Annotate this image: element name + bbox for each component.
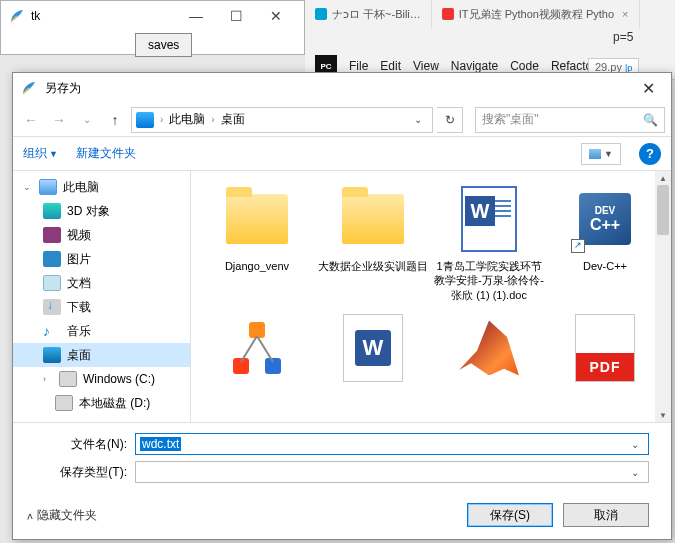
file-item[interactable]: Django_venv xyxy=(199,183,315,302)
video-icon xyxy=(43,227,61,243)
cancel-button[interactable]: 取消 xyxy=(563,503,649,527)
search-input[interactable]: 搜索"桌面" 🔍 xyxy=(475,107,665,133)
filename-section: 文件名(N): wdc.txt ⌄ 保存类型(T): ⌄ xyxy=(13,422,671,495)
toolbar: 组织 ▼ 新建文件夹 ▼ ? xyxy=(13,137,671,171)
file-item[interactable]: DEVC++↗ Dev-C++ xyxy=(547,183,663,302)
file-item[interactable]: 1青岛工学院实践环节教学安排-万泉-徐伶伶-张欣 (1) (1).doc xyxy=(431,183,547,302)
menu-navigate[interactable]: Navigate xyxy=(451,59,498,73)
filetype-select[interactable]: ⌄ xyxy=(135,461,649,483)
nav-row: ← → ⌄ ↑ › 此电脑 › 桌面 ⌄ ↻ 搜索"桌面" 🔍 xyxy=(13,103,671,137)
file-label: Dev-C++ xyxy=(583,259,627,273)
pc-icon xyxy=(39,179,57,195)
ide-background: ナɔロ 干杯~-Bili… IT兄弟连 Python视频教程 Pytho × p… xyxy=(305,0,675,80)
tab-2-label: IT兄弟连 Python视频教程 Pytho xyxy=(459,7,614,22)
shortcut-icon: ↗ xyxy=(571,239,585,253)
help-button[interactable]: ? xyxy=(639,143,661,165)
matlab-icon xyxy=(459,320,519,375)
tree-3d-objects[interactable]: 3D 对象 xyxy=(13,199,190,223)
organize-button[interactable]: 组织 ▼ xyxy=(23,145,58,162)
tree-pictures[interactable]: 图片 xyxy=(13,247,190,271)
devcpp-icon: DEVC++ xyxy=(579,193,631,245)
nav-up-button[interactable]: ↑ xyxy=(103,108,127,132)
tree-downloads[interactable]: 下载 xyxy=(13,295,190,319)
desktop-icon xyxy=(43,347,61,363)
tree-this-pc[interactable]: ⌄此电脑 xyxy=(13,175,190,199)
filename-input[interactable]: wdc.txt ⌄ xyxy=(135,433,649,455)
tab-close-icon[interactable]: × xyxy=(622,8,628,20)
chevron-down-icon[interactable]: ⌄ xyxy=(414,114,428,125)
tree-music[interactable]: ♪音乐 xyxy=(13,319,190,343)
scroll-down-icon[interactable]: ▼ xyxy=(655,408,671,422)
tree-documents[interactable]: 文档 xyxy=(13,271,190,295)
chevron-down-icon[interactable]: ⌄ xyxy=(626,439,644,450)
tree-videos[interactable]: 视频 xyxy=(13,223,190,247)
menu-file[interactable]: File xyxy=(349,59,368,73)
file-item[interactable]: W xyxy=(315,312,431,388)
word-doc-icon xyxy=(461,186,517,252)
refresh-button[interactable]: ↻ xyxy=(437,107,463,133)
filetype-label: 保存类型(T): xyxy=(25,464,135,481)
dialog-footer: ʌ 隐藏文件夹 保存(S) 取消 xyxy=(13,495,671,539)
pc-icon xyxy=(136,112,154,128)
file-item[interactable]: PDF xyxy=(547,312,663,388)
nav-forward-button[interactable]: → xyxy=(47,108,71,132)
menu-code[interactable]: Code xyxy=(510,59,539,73)
close-button[interactable]: ✕ xyxy=(256,2,296,30)
search-icon: 🔍 xyxy=(643,113,658,127)
folder-icon xyxy=(342,194,404,244)
tree-drive-d[interactable]: 本地磁盘 (D:) xyxy=(13,391,190,415)
maximize-button[interactable]: ☐ xyxy=(216,2,256,30)
tab-1-label: ナɔロ 干杯~-Bili… xyxy=(332,7,421,22)
file-label: 1青岛工学院实践环节教学安排-万泉-徐伶伶-张欣 (1) (1).doc xyxy=(431,259,547,302)
file-item[interactable] xyxy=(431,312,547,388)
word-icon: W xyxy=(343,314,403,382)
tree-desktop[interactable]: 桌面 xyxy=(13,343,190,367)
breadcrumb-current[interactable]: 桌面 xyxy=(221,111,245,128)
thumbnails-icon xyxy=(589,149,601,159)
file-item[interactable]: 大数据企业级实训题目 xyxy=(315,183,431,302)
breadcrumb-root[interactable]: 此电脑 xyxy=(169,111,205,128)
feather-icon xyxy=(21,80,37,96)
url-fragment: p=5 xyxy=(613,30,633,44)
feather-icon xyxy=(9,8,25,24)
scrollbar-thumb[interactable] xyxy=(657,185,669,235)
folder-tree: ⌄此电脑 3D 对象 视频 图片 文档 下载 ♪音乐 桌面 ›Windows (… xyxy=(13,171,191,422)
chevron-down-icon[interactable]: ⌄ xyxy=(626,467,644,478)
file-item[interactable] xyxy=(199,312,315,388)
browser-tab-1[interactable]: ナɔロ 干杯~-Bili… xyxy=(305,0,432,28)
saves-button[interactable]: saves xyxy=(135,33,192,57)
minimize-button[interactable]: — xyxy=(176,2,216,30)
nav-recent-button[interactable]: ⌄ xyxy=(75,108,99,132)
file-pane: Django_venv 大数据企业级实训题目 1青岛工学院实践环节教学安排-万泉… xyxy=(191,171,671,422)
cube-icon xyxy=(43,203,61,219)
drive-icon xyxy=(55,395,73,411)
filename-label: 文件名(N): xyxy=(25,436,135,453)
view-mode-button[interactable]: ▼ xyxy=(581,143,621,165)
vertical-scrollbar[interactable]: ▲ ▼ xyxy=(655,171,671,422)
search-placeholder: 搜索"桌面" xyxy=(482,111,539,128)
save-button[interactable]: 保存(S) xyxy=(467,503,553,527)
save-as-dialog: 另存为 ✕ ← → ⌄ ↑ › 此电脑 › 桌面 ⌄ ↻ 搜索"桌面" 🔍 组织… xyxy=(12,72,672,540)
pdf-icon: PDF xyxy=(575,314,635,382)
dialog-close-button[interactable]: ✕ xyxy=(633,79,663,98)
image-icon xyxy=(43,251,61,267)
music-icon: ♪ xyxy=(43,323,61,339)
file-label: Django_venv xyxy=(225,259,289,273)
chevron-right-icon: › xyxy=(160,114,163,125)
menu-edit[interactable]: Edit xyxy=(380,59,401,73)
tk-titlebar: tk — ☐ ✕ xyxy=(1,1,304,31)
file-label: 大数据企业级实训题目 xyxy=(318,259,428,273)
dialog-titlebar: 另存为 ✕ xyxy=(13,73,671,103)
chevron-right-icon: › xyxy=(211,114,214,125)
folder-icon xyxy=(226,194,288,244)
scroll-up-icon[interactable]: ▲ xyxy=(655,171,671,185)
breadcrumb[interactable]: › 此电脑 › 桌面 ⌄ xyxy=(131,107,433,133)
hide-folders-button[interactable]: ʌ 隐藏文件夹 xyxy=(27,507,97,524)
tk-title-text: tk xyxy=(31,9,40,23)
browser-tab-2[interactable]: IT兄弟连 Python视频教程 Pytho × xyxy=(432,0,640,28)
filename-value: wdc.txt xyxy=(140,437,181,451)
nav-back-button[interactable]: ← xyxy=(19,108,43,132)
tree-drive-c[interactable]: ›Windows (C:) xyxy=(13,367,190,391)
menu-view[interactable]: View xyxy=(413,59,439,73)
new-folder-button[interactable]: 新建文件夹 xyxy=(76,145,136,162)
